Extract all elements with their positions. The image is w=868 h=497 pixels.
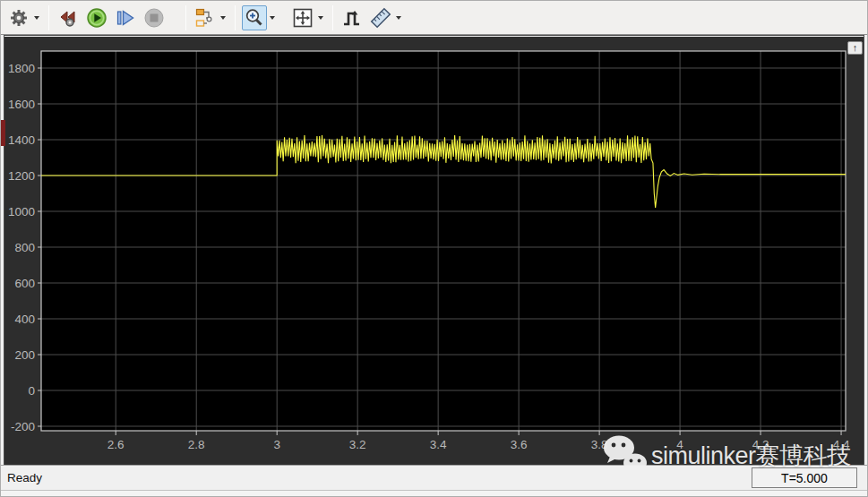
svg-text:3.4: 3.4 [430, 438, 447, 451]
scope-window: 2.62.833.23.43.63.844.24.418001600140012… [0, 0, 868, 497]
status-text: Ready [1, 471, 42, 484]
scope-plot[interactable]: 2.62.833.23.43.63.844.24.418001600140012… [1, 1, 868, 497]
up-arrow-button[interactable]: ↑ [847, 41, 863, 55]
status-bar: Ready T=5.000 [1, 465, 868, 490]
up-arrow-icon: ↑ [853, 42, 858, 53]
svg-text:3.6: 3.6 [511, 438, 528, 451]
svg-text:1200: 1200 [8, 169, 35, 183]
svg-text:0: 0 [28, 384, 35, 398]
svg-text:2.8: 2.8 [188, 438, 205, 451]
svg-text:400: 400 [14, 313, 35, 326]
svg-text:-200: -200 [11, 420, 35, 433]
sim-time-value: T=5.000 [781, 471, 828, 485]
svg-text:1000: 1000 [8, 205, 35, 219]
svg-text:4.4: 4.4 [833, 438, 850, 451]
svg-text:4: 4 [676, 438, 683, 451]
svg-text:2.6: 2.6 [107, 438, 125, 451]
svg-text:200: 200 [14, 348, 35, 362]
svg-text:3.8: 3.8 [591, 438, 608, 451]
svg-text:1400: 1400 [8, 133, 35, 147]
window-bottom-strip [1, 490, 868, 497]
svg-text:1800: 1800 [8, 62, 35, 75]
sim-time-box: T=5.000 [752, 467, 857, 488]
svg-text:800: 800 [14, 241, 35, 254]
svg-text:600: 600 [14, 277, 35, 290]
svg-text:1600: 1600 [8, 98, 35, 111]
svg-text:3: 3 [273, 438, 280, 451]
svg-text:3.2: 3.2 [349, 438, 366, 451]
svg-text:4.2: 4.2 [752, 438, 769, 451]
window-edge-artifact [1, 120, 5, 146]
